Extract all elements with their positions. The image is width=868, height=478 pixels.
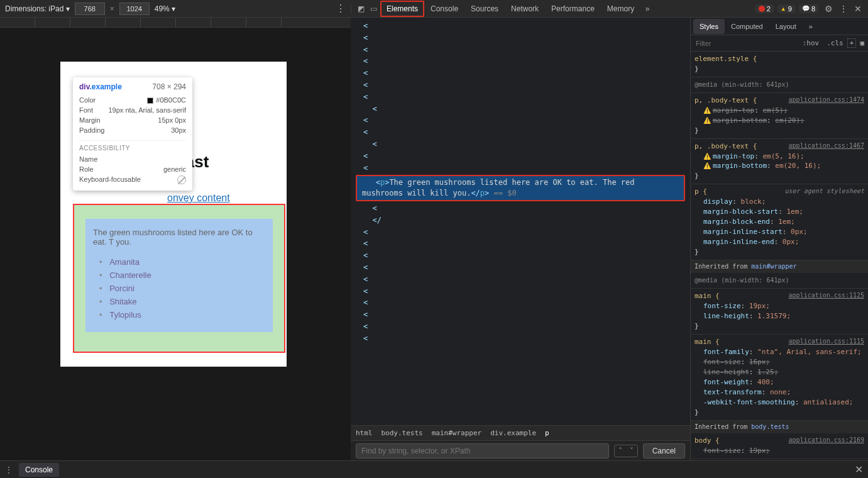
dom-node[interactable]: </ — [356, 214, 685, 226]
css-rule[interactable]: application.css:1467p, .body-text {margi… — [691, 139, 868, 185]
dom-node[interactable]: < — [356, 321, 685, 333]
styles-box-model-icon[interactable]: ▣ — [856, 39, 868, 47]
tooltip-padding-value: 30px — [171, 126, 186, 134]
settings-gear-icon[interactable]: ⚙ — [822, 4, 835, 14]
tooltip-role-value: generic — [163, 165, 186, 173]
devtools-tab-network[interactable]: Network — [505, 1, 545, 17]
search-next-icon[interactable]: ˅ — [626, 445, 637, 457]
dimensions-dropdown[interactable]: Dimensions: iPad ▾ — [5, 4, 70, 13]
source-link[interactable]: application.css:1115 — [789, 337, 864, 347]
devtools-tab-elements[interactable]: Elements — [380, 1, 424, 17]
page-link-fragment[interactable]: onvey content — [167, 192, 230, 204]
media-query: @media (min-width: 641px) — [691, 273, 868, 289]
dom-node[interactable]: < — [356, 91, 685, 103]
dom-node[interactable]: < — [356, 286, 685, 297]
styles-more-tabs-icon[interactable]: » — [803, 19, 819, 34]
highlighted-example-box[interactable]: The green mushrooms listed here are OK t… — [73, 204, 285, 353]
drawer-menu-icon[interactable]: ⋮ — [5, 465, 13, 474]
device-preview-pane: div.example 708 × 294 Color#0B0C0C Font1… — [0, 18, 351, 460]
source-link[interactable]: application.css:1125 — [789, 291, 864, 301]
warnings-badge[interactable]: 9 — [777, 4, 795, 13]
elements-search-input[interactable] — [356, 443, 609, 459]
width-input[interactable] — [75, 3, 105, 15]
styles-panel: StylesComputedLayout» :hov .cls + ▣ elem… — [690, 18, 868, 460]
dom-node[interactable]: < — [356, 138, 685, 150]
dom-node[interactable]: < — [356, 67, 685, 79]
cancel-button[interactable]: Cancel — [643, 443, 685, 459]
styles-tab-layout[interactable]: Layout — [769, 19, 803, 34]
styles-filter-input[interactable] — [691, 37, 799, 50]
dom-node[interactable]: < — [356, 79, 685, 91]
dom-node[interactable]: < — [356, 20, 685, 32]
messages-badge[interactable]: 8 — [799, 4, 818, 13]
dom-node[interactable]: < — [356, 250, 685, 262]
device-toolbar-menu-icon[interactable]: ⋮ — [336, 3, 346, 14]
dom-node[interactable]: < — [356, 238, 685, 250]
dom-node[interactable]: < — [356, 32, 685, 44]
styles-tab-computed[interactable]: Computed — [725, 19, 769, 34]
css-rule[interactable]: application.css:1125main {font-size: 19p… — [691, 289, 868, 335]
dom-node[interactable]: < — [356, 203, 685, 214]
zoom-dropdown[interactable]: 49% ▾ — [155, 4, 175, 13]
source-link[interactable]: application.css:1467 — [789, 142, 864, 151]
tooltip-padding-label: Padding — [79, 126, 104, 134]
devtools-tab-console[interactable]: Console — [424, 1, 464, 17]
times-separator: × — [110, 4, 114, 13]
tooltip-font-label: Font — [79, 106, 93, 114]
devtools-tab-memory[interactable]: Memory — [601, 1, 640, 17]
dom-node[interactable]: < — [356, 44, 685, 56]
tooltip-tag: div — [79, 82, 89, 91]
console-drawer-tab[interactable]: Console — [19, 463, 59, 477]
drawer-close-icon[interactable]: ✕ — [855, 464, 863, 475]
toggle-device-icon[interactable]: ▭ — [368, 4, 379, 13]
devtools-tab-performance[interactable]: Performance — [545, 1, 601, 17]
styles-tab-styles[interactable]: Styles — [693, 19, 725, 34]
dom-tree[interactable]: <<<<<<< <<< <<< <p>The green mushrooms l… — [351, 18, 690, 425]
search-prev-icon[interactable]: ˄ — [615, 445, 626, 457]
source-link[interactable]: application.css:1474 — [789, 96, 864, 105]
styles-rules-list[interactable]: element.style {}@media (min-width: 641px… — [691, 52, 868, 460]
breadcrumb-item[interactable]: body.tests — [382, 429, 423, 437]
css-rule[interactable]: application.css:1115main {font-family: "… — [691, 335, 868, 421]
dom-breadcrumb[interactable]: htmlbody.testsmain#wrapperdiv.examplep — [351, 425, 690, 440]
dom-node[interactable]: < — [356, 55, 685, 67]
elements-search-row: ˄ ˅ Cancel — [351, 440, 690, 460]
dom-node[interactable]: < — [356, 150, 685, 162]
dom-node[interactable]: < — [356, 126, 685, 138]
dom-node[interactable]: < — [356, 114, 685, 126]
breadcrumb-item[interactable]: p — [545, 429, 549, 437]
dom-node[interactable]: < — [356, 226, 685, 238]
dom-node[interactable]: < — [356, 309, 685, 321]
dom-node[interactable]: < — [356, 103, 685, 115]
new-style-rule-icon[interactable]: + — [847, 38, 857, 48]
dom-node[interactable]: < — [356, 274, 685, 286]
close-devtools-icon[interactable]: ✕ — [852, 4, 864, 14]
height-input[interactable] — [119, 3, 150, 15]
css-rule[interactable]: application.css:2169body {font-size: 19p… — [691, 433, 868, 459]
selected-dom-node[interactable]: <p>The green mushrooms listed here are O… — [356, 175, 685, 201]
inspect-element-icon[interactable]: ◩ — [355, 4, 366, 13]
rendered-page[interactable]: div.example 708 × 294 Color#0B0C0C Font1… — [60, 62, 287, 367]
css-rule[interactable]: application.css:1474p, .body-text {margi… — [691, 93, 868, 139]
css-rule[interactable]: user agent stylesheetp {display: block;m… — [691, 184, 868, 260]
search-nav: ˄ ˅ — [614, 445, 638, 457]
breadcrumb-item[interactable]: div.example — [490, 429, 536, 437]
console-drawer: ⋮ Console ✕ — [0, 460, 868, 478]
hov-toggle[interactable]: :hov — [799, 39, 823, 47]
source-link[interactable]: application.css:2169 — [789, 436, 864, 445]
dom-node[interactable]: < — [356, 333, 685, 345]
breadcrumb-item[interactable]: html — [356, 429, 373, 437]
devtools-menu-icon[interactable]: ⋮ — [837, 4, 850, 14]
errors-badge[interactable]: 2 — [755, 4, 774, 13]
dom-node[interactable]: < — [356, 262, 685, 274]
device-toolbar: Dimensions: iPad ▾ × 49% ▾ ⋮ — [0, 3, 351, 15]
dom-node[interactable]: < — [356, 162, 685, 174]
tooltip-margin-label: Margin — [79, 116, 101, 124]
dom-node[interactable]: < — [356, 297, 685, 309]
devtools-tab-sources[interactable]: Sources — [464, 1, 505, 17]
css-rule[interactable]: element.style {} — [691, 52, 868, 77]
breadcrumb-item[interactable]: main#wrapper — [432, 429, 481, 437]
tooltip-name-label: Name — [79, 155, 97, 163]
cls-toggle[interactable]: .cls — [823, 39, 847, 47]
more-tabs-icon[interactable]: » — [642, 4, 653, 13]
